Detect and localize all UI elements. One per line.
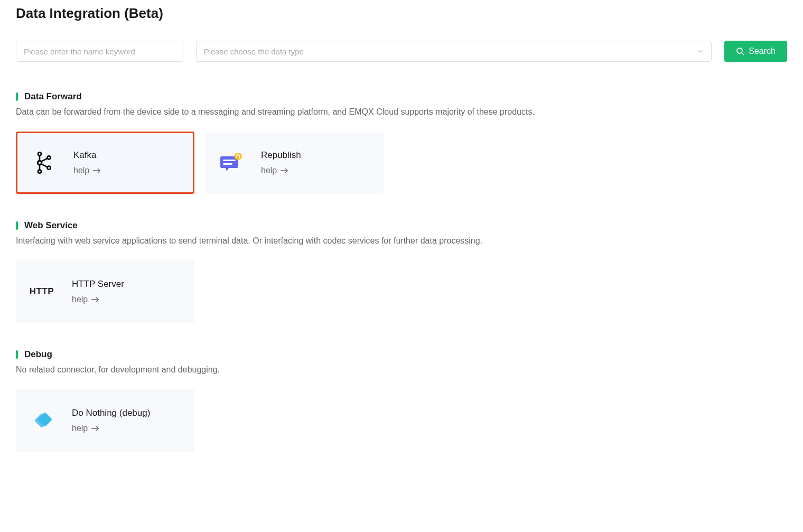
- svg-rect-19: [223, 163, 232, 165]
- card-content: HTTP Server help: [72, 279, 124, 304]
- section-title: Web Service: [24, 220, 78, 231]
- section-web-service: Web Service Interfacing with web service…: [16, 220, 787, 323]
- svg-point-11: [39, 153, 41, 155]
- section-bar: [16, 92, 18, 101]
- card-row: HTTP HTTP Server help: [16, 260, 787, 323]
- card-help-link[interactable]: help: [72, 295, 124, 304]
- card-content: Kafka help: [73, 150, 101, 175]
- section-title: Data Forward: [24, 91, 82, 102]
- do-nothing-icon: [29, 407, 55, 434]
- card-help-link[interactable]: help: [73, 166, 101, 175]
- help-label: help: [73, 166, 89, 175]
- card-row: Kafka help: [16, 132, 787, 194]
- svg-point-0: [737, 48, 742, 53]
- section-bar: [16, 221, 18, 230]
- arrow-right-icon: [280, 168, 288, 173]
- section-debug: Debug No related connector, for developm…: [16, 349, 787, 452]
- help-label: help: [72, 424, 88, 433]
- card-title: HTTP Server: [72, 279, 124, 290]
- http-icon-text: HTTP: [30, 286, 54, 297]
- name-keyword-input[interactable]: [16, 41, 183, 62]
- section-header: Web Service: [16, 220, 787, 231]
- card-help-link[interactable]: help: [72, 424, 150, 433]
- arrow-right-icon: [92, 168, 101, 173]
- svg-line-10: [41, 164, 47, 167]
- card-help-link[interactable]: help: [261, 166, 301, 175]
- search-button-label: Search: [749, 46, 776, 56]
- chevron-down-icon: [697, 48, 704, 54]
- card-content: Do Nothing (debug) help: [72, 408, 150, 433]
- help-label: help: [261, 166, 277, 175]
- kafka-icon: [30, 150, 57, 176]
- section-header: Data Forward: [16, 91, 787, 102]
- svg-rect-8: [39, 165, 41, 170]
- svg-point-13: [39, 171, 41, 173]
- data-type-select[interactable]: Please choose the data type: [196, 41, 712, 62]
- section-description: No related connector, for development an…: [16, 365, 787, 375]
- section-data-forward: Data Forward Data can be forwarded from …: [16, 91, 787, 194]
- help-label: help: [72, 295, 88, 304]
- section-description: Interfacing with web service application…: [16, 236, 787, 246]
- section-description: Data can be forwarded from the device si…: [16, 107, 787, 117]
- section-header: Debug: [16, 349, 787, 360]
- svg-point-14: [48, 157, 50, 159]
- http-icon: HTTP: [29, 278, 55, 305]
- svg-line-9: [41, 158, 47, 161]
- data-type-placeholder: Please choose the data type: [204, 47, 304, 56]
- card-republish[interactable]: Republish help: [205, 132, 384, 194]
- svg-rect-18: [223, 160, 236, 161]
- card-do-nothing[interactable]: Do Nothing (debug) help: [16, 389, 194, 452]
- search-row: Please choose the data type Search: [16, 41, 787, 62]
- page-title: Data Integration (Beta): [16, 5, 787, 22]
- svg-line-1: [742, 53, 744, 55]
- svg-rect-7: [39, 156, 41, 161]
- search-button[interactable]: Search: [724, 41, 787, 62]
- card-title: Do Nothing (debug): [72, 408, 150, 418]
- svg-point-15: [48, 167, 50, 169]
- arrow-right-icon: [91, 426, 99, 431]
- card-content: Republish help: [261, 150, 301, 175]
- section-bar: [16, 350, 18, 359]
- arrow-right-icon: [91, 297, 99, 302]
- card-http-server[interactable]: HTTP HTTP Server help: [16, 260, 194, 323]
- svg-point-12: [39, 162, 41, 164]
- card-row: Do Nothing (debug) help: [16, 389, 787, 452]
- search-icon: [736, 47, 744, 55]
- card-kafka[interactable]: Kafka help: [16, 132, 194, 194]
- section-title: Debug: [24, 349, 52, 360]
- card-title: Kafka: [73, 150, 101, 161]
- card-title: Republish: [261, 150, 301, 161]
- republish-icon: [218, 150, 244, 176]
